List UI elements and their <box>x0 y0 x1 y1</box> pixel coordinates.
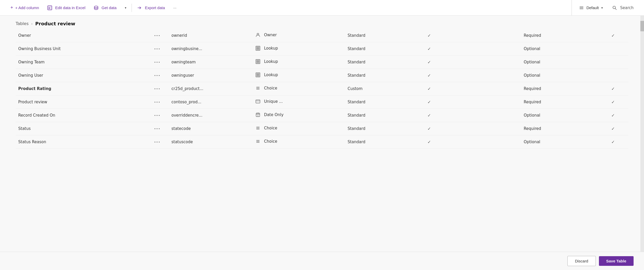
row-spacer-2 <box>444 56 521 69</box>
more-options-icon[interactable]: ··· <box>154 113 160 118</box>
row-requirement-5: Required <box>521 95 598 109</box>
checkmark-icon: ✓ <box>611 140 615 145</box>
search-area[interactable]: Search <box>608 0 638 15</box>
row-check1-6: ✓ <box>414 109 445 122</box>
table-row: Product Rating···cr25d_product...ChoiceC… <box>16 82 628 95</box>
row-check2-4: ✓ <box>598 82 628 95</box>
add-column-label: + Add column <box>15 5 39 10</box>
row-name-3: Owning User <box>16 69 146 82</box>
svg-rect-22 <box>258 74 259 75</box>
row-check1-2: ✓ <box>414 56 445 69</box>
row-logical-5: contoso_prod... <box>169 95 253 109</box>
type-label: Date Only <box>264 112 283 117</box>
more-options-icon[interactable]: ··· <box>154 126 160 131</box>
row-requirement-1: Optional <box>521 42 598 56</box>
row-requirement-8: Optional <box>521 135 598 149</box>
row-requirement-7: Required <box>521 122 598 135</box>
table-area: Owner···owneridOwnerStandard✓Required✓Ow… <box>0 29 644 249</box>
row-menu-0[interactable]: ··· <box>146 29 169 42</box>
edit-excel-button[interactable]: X Edit data in Excel <box>43 0 90 15</box>
svg-rect-18 <box>257 62 258 63</box>
row-menu-7[interactable]: ··· <box>146 122 169 135</box>
row-menu-5[interactable]: ··· <box>146 95 169 109</box>
get-data-dropdown-button[interactable]: ▾ <box>121 0 131 15</box>
add-column-button[interactable]: + + Add column <box>6 0 43 15</box>
svg-point-3 <box>94 6 98 8</box>
svg-rect-19 <box>258 62 259 63</box>
row-check1-8: ✓ <box>414 135 445 149</box>
row-menu-8[interactable]: ··· <box>146 135 169 149</box>
checkmark-icon: ✓ <box>611 86 615 91</box>
row-type-4: Choice <box>253 82 345 95</box>
row-menu-2[interactable]: ··· <box>146 56 169 69</box>
row-spacer-1 <box>444 42 521 56</box>
table-row: Owning User···owninguserLookupStandard✓O… <box>16 69 628 82</box>
row-name-6: Record Created On <box>16 109 146 122</box>
row-menu-4[interactable]: ··· <box>146 82 169 95</box>
svg-rect-23 <box>257 75 258 76</box>
more-options-icon[interactable]: ··· <box>154 86 160 91</box>
save-table-button[interactable]: Save Table <box>599 256 634 266</box>
columns-table: Owner···owneridOwnerStandard✓Required✓Ow… <box>16 29 628 149</box>
discard-button[interactable]: Discard <box>567 256 596 266</box>
type-label: Choice <box>264 86 277 91</box>
get-data-button[interactable]: Get data <box>90 0 121 15</box>
get-data-label: Get data <box>102 5 117 10</box>
row-type-5: Unique ... <box>253 95 345 109</box>
row-category-4: Custom <box>345 82 414 95</box>
row-check2-1 <box>598 42 628 56</box>
more-options-icon[interactable]: ··· <box>154 60 160 65</box>
row-category-0: Standard <box>345 29 414 42</box>
list-icon <box>579 5 585 10</box>
row-menu-6[interactable]: ··· <box>146 109 169 122</box>
table-row: Status···statecodeChoiceStandard✓Require… <box>16 122 628 135</box>
more-options-icon[interactable]: ··· <box>154 33 160 38</box>
row-requirement-6: Optional <box>521 109 598 122</box>
scrollbar[interactable] <box>640 16 644 252</box>
table-row: Record Created On···overriddencre...21Da… <box>16 109 628 122</box>
breadcrumb-current: Product review <box>35 21 75 26</box>
breadcrumb-tables-link[interactable]: Tables <box>16 21 29 26</box>
svg-rect-13 <box>257 49 258 50</box>
type-label: Unique ... <box>264 99 283 104</box>
svg-rect-14 <box>258 49 259 50</box>
default-label: Default <box>586 5 599 10</box>
more-options-icon[interactable]: ··· <box>154 100 160 105</box>
more-options-icon[interactable]: ··· <box>154 46 160 51</box>
more-options-button[interactable]: ··· <box>169 0 181 15</box>
row-type-3: Lookup <box>253 69 345 82</box>
checkmark-icon: ✓ <box>611 100 615 105</box>
chevron-down-icon-2: ▾ <box>601 6 603 10</box>
row-spacer-4 <box>444 82 521 95</box>
checkmark-icon: ✓ <box>611 126 615 131</box>
row-type-6: 21Date Only <box>253 109 345 122</box>
row-name-5: Product review <box>16 95 146 109</box>
row-type-0: Owner <box>253 29 345 42</box>
excel-icon: X <box>47 5 53 10</box>
default-view-button[interactable]: Default ▾ <box>576 0 606 15</box>
row-requirement-3: Optional <box>521 69 598 82</box>
row-requirement-2: Optional <box>521 56 598 69</box>
row-check1-1: ✓ <box>414 42 445 56</box>
checkmark-icon: ✓ <box>428 100 431 105</box>
more-options-icon[interactable]: ··· <box>154 140 160 145</box>
svg-rect-28 <box>256 100 260 103</box>
search-label: Search <box>620 5 634 10</box>
row-name-2: Owning Team <box>16 56 146 69</box>
row-check2-3 <box>598 69 628 82</box>
row-requirement-4: Required <box>521 82 598 95</box>
type-label: Lookup <box>264 59 278 64</box>
row-check1-4: ✓ <box>414 82 445 95</box>
row-type-8: Choice <box>253 135 345 149</box>
row-category-6: Standard <box>345 109 414 122</box>
scroll-thumb[interactable] <box>640 21 644 31</box>
row-menu-3[interactable]: ··· <box>146 69 169 82</box>
row-logical-7: statecode <box>169 122 253 135</box>
row-logical-2: owningteam <box>169 56 253 69</box>
row-type-1: Lookup <box>253 42 345 56</box>
row-category-1: Standard <box>345 42 414 56</box>
row-menu-1[interactable]: ··· <box>146 42 169 56</box>
checkmark-icon: ✓ <box>428 126 431 131</box>
export-data-button[interactable]: Export data <box>133 0 169 15</box>
more-options-icon[interactable]: ··· <box>154 73 160 78</box>
